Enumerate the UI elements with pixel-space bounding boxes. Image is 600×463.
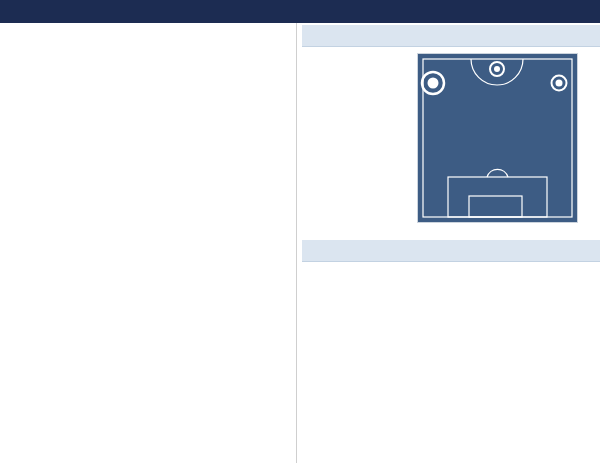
page-title-bar bbox=[0, 0, 600, 23]
market-value-section-header bbox=[302, 240, 600, 262]
player-info-panel bbox=[0, 23, 297, 463]
pitch-diagram bbox=[417, 53, 578, 227]
pitch-svg bbox=[417, 53, 578, 223]
market-value-chart-svg[interactable] bbox=[302, 315, 596, 437]
market-value-chart[interactable] bbox=[302, 315, 596, 437]
main-position-section-header bbox=[302, 25, 600, 47]
